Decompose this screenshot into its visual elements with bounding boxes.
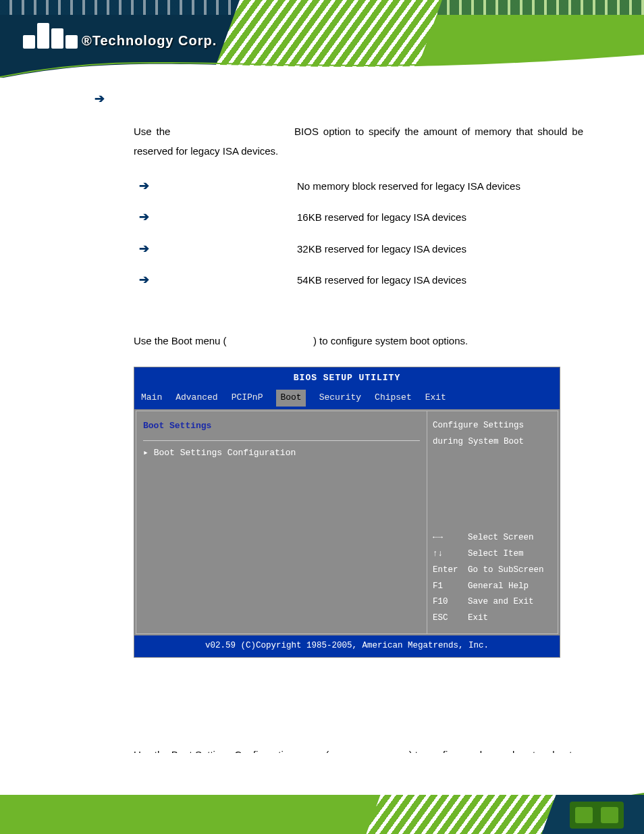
bios-right-top1: Configure Settings	[433, 418, 552, 434]
arrow-icon: ➔	[139, 174, 162, 197]
bios-tab-chipset: Chipset	[375, 390, 412, 407]
brand-logo: ®Technology Corp.	[23, 23, 217, 49]
bios-menu-item-boot-settings-config: ▸ Boot Settings Configuration	[143, 445, 420, 462]
boot-paragraph: Use the Boot menu ( ) to configure syste…	[134, 332, 583, 351]
page-content: ➔ Use the BIOS option to specify the amo…	[0, 78, 644, 784]
bios-right-top2: during System Boot	[433, 434, 552, 450]
bios-help-row: F10Save and Exit	[433, 594, 552, 610]
bios-left-heading: Boot Settings	[143, 418, 420, 435]
arrow-icon: ➔	[139, 237, 162, 260]
arrow-icon: ➔	[139, 205, 162, 228]
bios-help-key: F1	[433, 579, 462, 595]
bios-right-pane: Configure Settings during System Boot ←→…	[427, 411, 558, 634]
header-curve	[0, 51, 644, 78]
bios-tab-pcipnp: PCIPnP	[232, 390, 263, 407]
intro-paragraph: Use the BIOS option to specify the amoun…	[134, 122, 583, 161]
bios-help-label: Save and Exit	[468, 594, 534, 610]
bios-help-label: Go to SubScreen	[468, 563, 544, 579]
option-row: ➔ 16KB reserved for legacy ISA devices	[139, 205, 583, 228]
boot-post: ) to configure system boot options.	[313, 335, 468, 346]
bios-tab-security: Security	[319, 390, 361, 407]
arrow-icon: ➔	[139, 268, 162, 291]
bios-screenshot: BIOS SETUP UTILITY Main Advanced PCIPnP …	[134, 367, 560, 657]
logo-mark	[23, 23, 78, 49]
bios-help-label: Exit	[468, 610, 488, 627]
bios-help-key: ←→	[433, 530, 462, 546]
bios-title: BIOS SETUP UTILITY	[134, 367, 560, 388]
bios-help-block: ←→Select Screen ↑↓Select Item EnterGo to…	[433, 530, 552, 627]
intro-post: BIOS option to specify the amount of mem…	[134, 126, 583, 157]
option-list: ➔ No memory block reserved for legacy IS…	[139, 174, 583, 291]
bios-help-row: ESCExit	[433, 610, 552, 627]
option-desc: No memory block reserved for legacy ISA …	[297, 177, 583, 197]
bios-help-row: F1General Help	[433, 579, 552, 595]
bios-left-pane: Boot Settings ▸ Boot Settings Configurat…	[136, 411, 427, 634]
bios-tab-advanced: Advanced	[176, 390, 217, 407]
option-row: ➔ No memory block reserved for legacy IS…	[139, 174, 583, 197]
bios-body: Boot Settings ▸ Boot Settings Configurat…	[134, 409, 560, 635]
bios-help-row: EnterGo to SubScreen	[433, 563, 552, 579]
bios-help-key: F10	[433, 594, 462, 610]
option-row: ➔ 54KB reserved for legacy ISA devices	[139, 268, 583, 291]
bios-help-row: ←→Select Screen	[433, 530, 552, 546]
intro-pre: Use the	[134, 126, 170, 137]
logo-text: ®Technology Corp.	[82, 33, 217, 49]
bios-tab-main: Main	[141, 390, 162, 407]
footer-chip-icon	[570, 802, 624, 829]
bios-help-label: Select Item	[468, 546, 524, 563]
bios-help-label: Select Screen	[468, 530, 534, 546]
bios-tab-exit: Exit	[425, 390, 446, 407]
option-desc: 32KB reserved for legacy ISA devices	[297, 240, 583, 259]
footer-decor-slash	[367, 795, 556, 834]
boot-pre: Use the Boot menu (	[134, 335, 227, 346]
bios-help-row: ↑↓Select Item	[433, 546, 552, 563]
option-row: ➔ 32KB reserved for legacy ISA devices	[139, 237, 583, 260]
bios-help-key: Enter	[433, 563, 462, 579]
page-footer	[0, 753, 644, 834]
option-desc: 54KB reserved for legacy ISA devices	[297, 271, 583, 290]
bios-right-description: Configure Settings during System Boot	[433, 418, 552, 450]
lead-arrow-icon: ➔	[95, 87, 583, 110]
bios-tab-bar: Main Advanced PCIPnP Boot Security Chips…	[134, 388, 560, 409]
option-desc: 16KB reserved for legacy ISA devices	[297, 208, 583, 228]
bios-help-key: ↑↓	[433, 546, 462, 563]
page-header: ®Technology Corp.	[0, 0, 644, 78]
bios-tab-boot: Boot	[276, 390, 305, 407]
bios-footer: v02.59 (C)Copyright 1985-2005, American …	[134, 635, 560, 657]
bios-help-key: ESC	[433, 610, 462, 627]
bios-help-label: General Help	[468, 579, 529, 595]
